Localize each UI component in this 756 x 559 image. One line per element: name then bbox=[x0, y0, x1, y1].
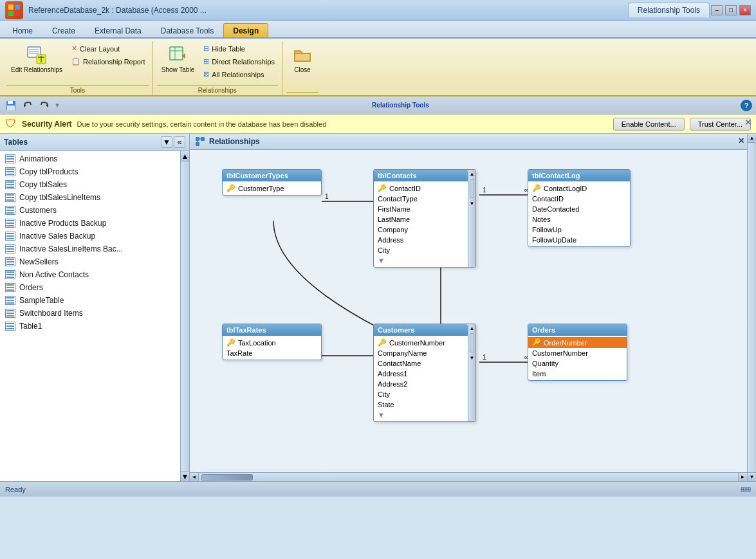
table-icon bbox=[5, 244, 15, 253]
scroll-down[interactable]: ▼ bbox=[468, 199, 475, 207]
undo-button[interactable] bbox=[21, 98, 35, 113]
save-button[interactable] bbox=[4, 98, 18, 113]
tab-home[interactable]: Home bbox=[3, 23, 42, 37]
svg-rect-1 bbox=[15, 5, 20, 10]
show-table-button[interactable]: Show Table bbox=[157, 42, 199, 75]
table-item-label: SampleTable bbox=[19, 296, 64, 305]
relationships-vscrollbar[interactable]: ▲ ▼ bbox=[747, 134, 756, 481]
table-item-animations[interactable]: Animations bbox=[0, 152, 180, 165]
scroll-up[interactable]: ▲ bbox=[468, 170, 475, 178]
maximize-button[interactable]: □ bbox=[725, 5, 737, 15]
scroll-up-button[interactable]: ▲ bbox=[181, 151, 189, 161]
tab-external-data[interactable]: External Data bbox=[85, 23, 151, 37]
table-title-taxrates: tblTaxRates bbox=[223, 324, 321, 336]
table-item-copy-saleslineitems[interactable]: Copy tblSalesLineItems bbox=[0, 191, 180, 204]
scroll-down-button[interactable]: ▼ bbox=[181, 471, 189, 481]
clear-layout-button[interactable]: ✕ Clear Layout bbox=[68, 42, 149, 55]
tab-create[interactable]: Create bbox=[42, 23, 85, 37]
all-relationships-button[interactable]: ⊠ All Relationships bbox=[200, 68, 278, 80]
table-item-customers[interactable]: Customers bbox=[0, 204, 180, 217]
show-table-label: Show Table bbox=[161, 66, 195, 73]
db-table-contacts[interactable]: tblContacts 🔑ContactID ContactType First… bbox=[373, 169, 476, 268]
direct-relationships-button[interactable]: ⊞ Direct Relationships bbox=[200, 55, 278, 68]
relationships-close-button[interactable]: ✕ bbox=[738, 136, 744, 145]
edit-relationships-button[interactable]: Edit Relationships bbox=[6, 42, 67, 75]
security-message: Due to your security settings, certain c… bbox=[77, 120, 608, 128]
table-item-label: Animations bbox=[19, 154, 57, 163]
tables-dropdown-button[interactable]: ▼ bbox=[161, 136, 172, 148]
table-item-copy-products[interactable]: Copy tblProducts bbox=[0, 165, 180, 178]
db-table-customertypes[interactable]: tblCustomerTypes 🔑 CustomerType bbox=[222, 169, 322, 196]
tables-scrollbar[interactable]: ▲ ▼ bbox=[180, 151, 189, 481]
db-table-contactlog[interactable]: tblContactLog 🔑ContactLogID ContactID Da… bbox=[528, 169, 631, 247]
db-table-taxrates[interactable]: tblTaxRates 🔑TaxLocation TaxRate bbox=[222, 324, 322, 360]
trust-center-button[interactable]: Trust Center... bbox=[690, 118, 751, 131]
table-title-customertypes: tblCustomerTypes bbox=[223, 170, 321, 181]
relationships-canvas-container[interactable]: 1 1 ∞ 1 ∞ tb bbox=[190, 150, 747, 472]
table-title-orders: Orders bbox=[528, 324, 627, 336]
table-item-inactive-products[interactable]: Inactive Products Backup bbox=[0, 217, 180, 230]
tab-database-tools[interactable]: Database Tools bbox=[151, 23, 224, 37]
vscroll-up[interactable]: ▲ bbox=[748, 134, 756, 143]
db-table-orders[interactable]: Orders 🔑OrderNumber CustomerNumber Quant… bbox=[528, 324, 627, 381]
scroll-down[interactable]: ▼ bbox=[468, 354, 475, 362]
scroll-left-button[interactable]: ◄ bbox=[190, 473, 199, 482]
all-relationships-label: All Relationships bbox=[212, 71, 264, 78]
tables-collapse-button[interactable]: « bbox=[174, 136, 185, 148]
table-item-newsellers[interactable]: NewSellers bbox=[0, 255, 180, 268]
window-title: ReferenceDatabase_2k : Database (Access … bbox=[28, 6, 628, 15]
vscroll-down[interactable]: ▼ bbox=[748, 472, 756, 481]
table-item-inactive-saleslineitems[interactable]: Inactive SalesLineItems Bac... bbox=[0, 243, 180, 255]
table-item-copy-sales[interactable]: Copy tblSales bbox=[0, 178, 180, 191]
tools-tab[interactable]: Relationship Tools bbox=[628, 3, 710, 17]
scroll-up[interactable]: ▲ bbox=[468, 324, 475, 332]
db-table-customers[interactable]: Customers 🔑CustomerNumber CompanyName Co… bbox=[373, 324, 476, 422]
table-item-non-active-contacts[interactable]: Non Active Contacts bbox=[0, 268, 180, 281]
table-item-label: Inactive Products Backup bbox=[19, 219, 106, 228]
table-icon bbox=[5, 283, 15, 292]
table-body-taxrates: 🔑TaxLocation TaxRate bbox=[223, 336, 321, 360]
hide-table-icon: ⊟ bbox=[203, 44, 209, 53]
table-item-label: Orders bbox=[19, 283, 43, 292]
svg-rect-2 bbox=[8, 11, 14, 16]
hide-table-button[interactable]: ⊟ Hide Table bbox=[200, 42, 278, 55]
field-customernumber-ord: CustomerNumber bbox=[528, 348, 627, 358]
customers-scrollbar[interactable]: ▲ ▼ bbox=[468, 324, 475, 421]
field-contactid: 🔑ContactID bbox=[374, 183, 468, 194]
table-item-label: Inactive Sales Backup bbox=[19, 232, 95, 241]
minimize-button[interactable]: – bbox=[711, 5, 723, 15]
contacts-scrollbar[interactable]: ▲ ▼ bbox=[468, 170, 475, 267]
field-more: ▼ bbox=[374, 255, 468, 266]
key-icon: 🔑 bbox=[226, 184, 235, 192]
tab-design[interactable]: Design bbox=[223, 23, 268, 37]
key-icon: 🔑 bbox=[532, 184, 541, 192]
main-area: Tables ▼ « Animations Copy tblProducts bbox=[0, 134, 756, 481]
tables-header: Tables ▼ « bbox=[0, 134, 189, 151]
horizontal-scrollbar[interactable]: ◄ ► bbox=[190, 472, 747, 481]
redo-button[interactable] bbox=[37, 98, 51, 113]
security-title: Security Alert bbox=[22, 120, 72, 129]
relationship-report-button[interactable]: 📋 Relationship Report bbox=[68, 55, 149, 68]
help-button[interactable]: ? bbox=[741, 100, 752, 111]
field-state: State bbox=[374, 399, 468, 410]
table-item-label: Copy tblProducts bbox=[19, 167, 78, 176]
close-button[interactable]: Close bbox=[286, 42, 318, 75]
quick-access-bar: ▼ Relationship Tools ? bbox=[0, 96, 756, 115]
ribbon-nav: Home Create External Data Database Tools… bbox=[0, 21, 756, 39]
table-item-inactive-sales[interactable]: Inactive Sales Backup bbox=[0, 230, 180, 243]
relationship-report-label: Relationship Report bbox=[83, 58, 145, 66]
table-item-sampletable[interactable]: SampleTable bbox=[0, 294, 180, 307]
enable-content-button[interactable]: Enable Content... bbox=[613, 118, 685, 131]
close-window-button[interactable]: × bbox=[739, 5, 751, 15]
table-item-orders[interactable]: Orders bbox=[0, 281, 180, 294]
key-icon: 🔑 bbox=[378, 338, 387, 347]
clear-layout-label: Clear Layout bbox=[80, 45, 120, 53]
table-item-switchboard[interactable]: Switchboard Items bbox=[0, 307, 180, 320]
table-item-table1[interactable]: Table1 bbox=[0, 320, 180, 333]
window-controls[interactable]: – □ × bbox=[711, 5, 751, 15]
security-close-button[interactable]: ✕ bbox=[743, 117, 753, 127]
table-item-label: Copy tblSales bbox=[19, 180, 67, 189]
key-icon: 🔑 bbox=[532, 338, 541, 347]
relationship-tools-label: Relationship Tools bbox=[372, 102, 429, 109]
scroll-right-button[interactable]: ► bbox=[738, 473, 747, 482]
